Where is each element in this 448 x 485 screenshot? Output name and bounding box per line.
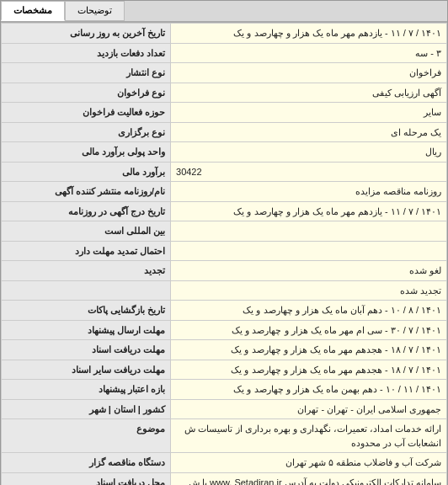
row-value-14: ۱۴۰۱ / ۸ / ۱۰ - دهم آبان ماه یک هزار و چ… (171, 301, 447, 321)
row-label-3: نوع فراخوان (2, 83, 171, 103)
row-label-22: محل دریافت اسناد (2, 472, 171, 485)
row-value-15: ۱۴۰۱ / ۷ / ۳۰ - سی ام مهر ماه یک هزار و … (171, 320, 447, 340)
row-value-16: ۱۴۰۱ / ۷ / ۱۸ - هجدهم مهر ماه یک هزار و … (171, 340, 447, 360)
row-value-20: ارائه خدمات امداد، تعمیرات، نگهداری و به… (171, 419, 447, 453)
row-value-13: تجدید شده (171, 280, 447, 301)
row-value-19: جمهوری اسلامی ایران - تهران - تهران (171, 399, 447, 419)
row-label-8: نام/روزنامه منتشر کننده آگهی (2, 182, 171, 202)
row-label-14: تاریخ بازگشایی پاکات (2, 301, 171, 321)
row-value-8: روزنامه مناقصه مزایده (171, 182, 447, 202)
row-label-11: احتمال تمدید مهلت دارد (2, 241, 171, 261)
row-label-12: تجدید (2, 261, 171, 281)
row-label-13 (2, 280, 171, 301)
row-label-20: موضوع (2, 419, 171, 453)
row-value-5: یک مرحله ای (171, 122, 447, 142)
row-value-21: شرکت آب و فاضلاب منطقه ۵ شهر تهران (171, 453, 447, 473)
row-value-6: ریال (171, 142, 447, 163)
row-label-15: مهلت ارسال پیشنهاد (2, 320, 171, 340)
row-value-9: ۱۴۰۱ / ۷ / ۱۱ - یازدهم مهر ماه یک هزار و… (171, 201, 447, 221)
row-label-0: تاریخ آخرین به روز رسانی (2, 24, 171, 44)
page-container: مشخصات توضیحات ۱۴۰۱ / ۷ / ۱۱ - یازدهم مه… (0, 0, 448, 485)
row-value-0: ۱۴۰۱ / ۷ / ۱۱ - یازدهم مهر ماه یک هزار و… (171, 24, 447, 44)
row-value-10 (171, 221, 447, 242)
row-value-1: ۳ - سه (171, 43, 447, 63)
row-label-4: حوزه فعالیت فراخوان (2, 103, 171, 123)
row-value-2: فراخوان (171, 63, 447, 83)
row-value-22: سامانه تدارکات الکترونیکی دولت به آدرس w… (171, 472, 447, 485)
row-value-4: سایر (171, 103, 447, 123)
tab-specifications[interactable]: مشخصات (1, 1, 65, 21)
row-label-5: نوع برگزاری (2, 122, 171, 142)
row-label-19: کشور | استان | شهر (2, 399, 171, 419)
row-label-9: تاریخ درج آگهی در روزنامه (2, 201, 171, 221)
row-value-12: لغو شده (171, 261, 447, 281)
row-label-17: مهلت دریافت سایر اسناد (2, 360, 171, 380)
row-value-3: آگهی ارزیابی کیفی (171, 83, 447, 103)
tab-bar: مشخصات توضیحات (1, 1, 447, 23)
main-table: ۱۴۰۱ / ۷ / ۱۱ - یازدهم مهر ماه یک هزار و… (1, 23, 447, 485)
row-value-18: ۱۴۰۱ / ۱۱ / ۱۰ - دهم بهمن ماه یک هزار و … (171, 380, 447, 400)
row-value-7: 30422 (171, 162, 447, 182)
row-label-16: مهلت دریافت اسناد (2, 340, 171, 360)
row-label-2: نوع انتشار (2, 63, 171, 83)
row-value-11 (171, 241, 447, 261)
row-value-17: ۱۴۰۱ / ۷ / ۱۸ - هجدهم مهر ماه یک هزار و … (171, 360, 447, 380)
row-label-18: بازه اعتبار پیشنهاد (2, 380, 171, 400)
row-label-7: برآورد مالی (2, 162, 171, 182)
row-label-1: تعداد دفعات بازدید (2, 43, 171, 63)
row-label-21: دستگاه مناقصه گزار (2, 453, 171, 473)
tab-description[interactable]: توضیحات (65, 1, 125, 21)
row-label-10: بین المللی است (2, 221, 171, 242)
row-label-6: واحد پولی برآورد مالی (2, 142, 171, 163)
